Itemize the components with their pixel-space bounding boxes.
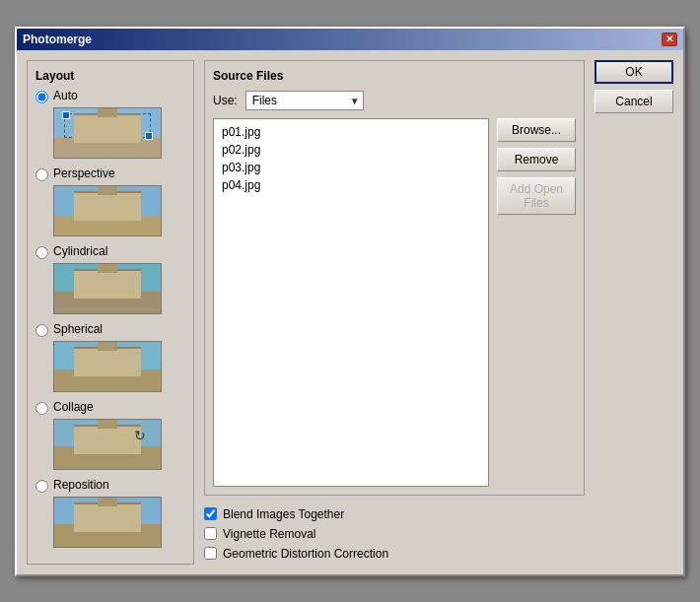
layout-option-collage[interactable]: Collage <box>35 400 185 415</box>
title-bar: Photomerge ✕ <box>17 29 683 50</box>
layout-panel: Layout Auto Perspective Cylindrical <box>27 60 194 565</box>
remove-button[interactable]: Remove <box>497 148 576 171</box>
layout-option-cylindrical[interactable]: Cylindrical <box>35 244 185 259</box>
layout-thumb-reposition <box>53 497 162 548</box>
layout-thumb-spherical <box>53 341 162 392</box>
layout-radio-spherical[interactable] <box>35 324 48 337</box>
list-item[interactable]: p01.jpg <box>218 123 484 141</box>
collage-cursor-icon: ↻ <box>134 428 146 443</box>
list-item[interactable]: p02.jpg <box>218 141 484 159</box>
layout-option-spherical[interactable]: Spherical <box>35 322 185 337</box>
geometric-checkbox-row[interactable]: Geometric Distortion Correction <box>204 547 585 561</box>
dialog-title: Photomerge <box>23 33 92 46</box>
geometric-checkbox[interactable] <box>204 547 217 560</box>
action-panel: OK Cancel <box>595 60 673 565</box>
use-row: Use: Files Folder Open Files ▼ <box>213 91 576 110</box>
blend-checkbox[interactable] <box>204 507 217 520</box>
building-cylindrical <box>74 269 141 299</box>
source-files-group: Source Files Use: Files Folder Open File… <box>204 60 585 496</box>
ok-button[interactable]: OK <box>595 60 673 84</box>
file-listbox[interactable]: p01.jpg p02.jpg p03.jpg p04.jpg <box>213 118 489 487</box>
layout-label-collage: Collage <box>53 400 94 414</box>
layout-radio-cylindrical[interactable] <box>35 246 48 259</box>
layout-label-auto: Auto <box>53 89 78 102</box>
layout-thumb-auto <box>53 107 162 159</box>
layout-label-spherical: Spherical <box>53 322 103 336</box>
building-reposition <box>74 502 141 532</box>
layout-thumb-perspective <box>53 185 162 236</box>
vignette-checkbox-row[interactable]: Vignette Removal <box>204 527 585 541</box>
layout-thumb-cylindrical <box>53 263 162 314</box>
layout-radio-perspective[interactable] <box>35 168 48 181</box>
list-item[interactable]: p04.jpg <box>218 176 484 194</box>
layout-option-perspective[interactable]: Perspective <box>35 167 185 181</box>
building-auto <box>74 113 141 143</box>
blend-checkbox-row[interactable]: Blend Images Together <box>204 507 585 521</box>
geometric-label: Geometric Distortion Correction <box>223 547 388 561</box>
layout-radio-reposition[interactable] <box>35 480 48 493</box>
layout-label-perspective: Perspective <box>53 167 115 180</box>
blend-label: Blend Images Together <box>223 507 344 521</box>
layout-radio-collage[interactable] <box>35 402 48 415</box>
photomerge-dialog: Photomerge ✕ Layout Auto Perspective <box>15 27 685 576</box>
layout-option-auto[interactable]: Auto <box>35 89 185 103</box>
source-panel: Source Files Use: Files Folder Open File… <box>204 60 585 565</box>
list-item[interactable]: p03.jpg <box>218 159 484 176</box>
layout-label-reposition: Reposition <box>53 478 109 492</box>
checkboxes-group: Blend Images Together Vignette Removal G… <box>204 503 585 565</box>
layout-option-reposition[interactable]: Reposition <box>35 478 185 493</box>
layout-radio-auto[interactable] <box>35 91 48 103</box>
files-area: p01.jpg p02.jpg p03.jpg p04.jpg Browse..… <box>213 118 576 487</box>
layout-thumb-collage: ↻ <box>53 419 162 470</box>
use-select[interactable]: Files Folder Open Files <box>245 91 364 110</box>
building-collage <box>74 425 141 454</box>
use-select-wrapper: Files Folder Open Files ▼ <box>245 91 364 110</box>
dialog-body: Layout Auto Perspective Cylindrical <box>17 50 683 574</box>
add-open-files-button[interactable]: Add Open Files <box>497 177 576 215</box>
close-button[interactable]: ✕ <box>662 33 677 46</box>
vignette-label: Vignette Removal <box>223 527 316 541</box>
file-buttons: Browse... Remove Add Open Files <box>497 118 576 487</box>
building-perspective <box>74 191 141 221</box>
source-files-title: Source Files <box>213 69 576 83</box>
vignette-checkbox[interactable] <box>204 527 217 540</box>
layout-label-cylindrical: Cylindrical <box>53 244 107 258</box>
building-spherical <box>74 347 141 376</box>
layout-section-title: Layout <box>35 69 185 83</box>
browse-button[interactable]: Browse... <box>497 118 576 142</box>
use-label: Use: <box>213 94 238 107</box>
cancel-button[interactable]: Cancel <box>595 90 673 113</box>
